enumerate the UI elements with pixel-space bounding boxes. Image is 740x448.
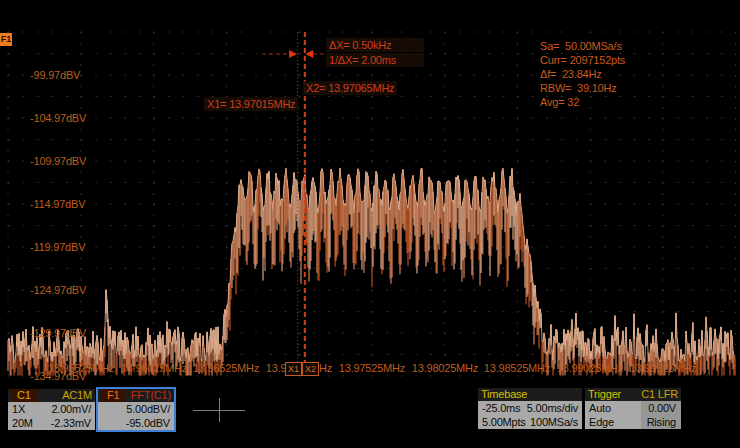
oscilloscope-screen: F1 -99.97dBV -104.97dBV -109.97dBV -114.… bbox=[0, 0, 740, 448]
channel1-scale: 2.00mV/ bbox=[51, 402, 91, 416]
channel1-bandwidth: 20M bbox=[12, 416, 33, 430]
y-axis-label: -99.97dBV bbox=[30, 69, 80, 81]
sample-rate-readout: Sa= 50.00MSa/s bbox=[540, 40, 622, 52]
y-axis-label: -104.97dBV bbox=[30, 112, 86, 124]
trigger-title: Trigger bbox=[588, 388, 621, 401]
rbw-readout: RBW= 39.10Hz bbox=[540, 82, 617, 94]
x-axis-label: 13.97525MHz bbox=[336, 362, 408, 374]
channel1-header: C1 AC1M bbox=[8, 389, 95, 402]
trigger-type: Edge bbox=[585, 415, 641, 429]
timebase-points: 5.00Mpts bbox=[482, 415, 526, 429]
f1-reference: -95.0dBV bbox=[126, 416, 170, 430]
delta-x-readout: ΔX= 0.50kHz bbox=[326, 38, 424, 52]
timebase-status-box[interactable]: Timebase -25.0ms 5.00ms/div 5.00Mpts 100… bbox=[478, 388, 582, 429]
points-readout: Curr= 2097152pts bbox=[540, 54, 625, 66]
y-axis-label: -114.97dBV bbox=[30, 198, 85, 210]
trigger-header: Trigger C1 LFR bbox=[585, 388, 681, 401]
y-axis-label: -119.97dBV bbox=[30, 241, 85, 253]
y-axis-label: -124.97dBV bbox=[30, 284, 86, 296]
channel1-probe: 1X bbox=[12, 402, 25, 416]
trigger-mode: Auto bbox=[585, 401, 641, 415]
timebase-rate: 100MSa/s bbox=[530, 415, 578, 429]
x-axis-label: 13.99025MHz bbox=[554, 362, 626, 374]
trigger-slope: Rising bbox=[641, 415, 681, 429]
graticule-crosshair-icon bbox=[193, 398, 245, 422]
x-axis-label: 13.96025MHz bbox=[118, 362, 190, 374]
inv-delta-x-readout: 1/ΔX= 2.00ms bbox=[326, 53, 424, 67]
y-axis-label: -129.97dBV bbox=[30, 327, 86, 339]
f1-header: F1 FFT(C1) bbox=[98, 389, 174, 402]
cursor-x1-readout: X1= 13.97015MHz bbox=[204, 97, 298, 111]
delta-f-readout: Δf= 23.84Hz bbox=[540, 68, 602, 80]
trigger-status-box[interactable]: Trigger C1 LFR Auto 0.00V Edge Rising bbox=[585, 388, 681, 429]
x-axis-label: 13.96525MHz bbox=[190, 362, 262, 374]
x-axis-label: 13.95525MHz bbox=[45, 362, 117, 374]
x-axis-label: 13.99525MHz bbox=[627, 362, 699, 374]
trigger-level: 0.00V bbox=[641, 401, 681, 415]
f1-scale: 5.00dBV/ bbox=[126, 402, 170, 416]
avg-readout: Avg= 32 bbox=[540, 96, 579, 108]
channel1-coupling: AC1M bbox=[62, 389, 92, 402]
y-axis-label: -109.97dBV bbox=[30, 155, 86, 167]
timebase-delay: -25.0ms bbox=[482, 401, 520, 415]
f1-function: FFT(C1) bbox=[131, 389, 171, 402]
timebase-scale: 5.00ms/div bbox=[527, 401, 578, 415]
timebase-header: Timebase bbox=[478, 388, 582, 401]
cursor-x1-handle[interactable]: X1 bbox=[285, 362, 302, 376]
f1-name: F1 bbox=[101, 389, 125, 402]
f1-math-status-box[interactable]: F1 FFT(C1) 5.00dBV/ -95.0dBV bbox=[96, 387, 176, 432]
channel1-status-box[interactable]: C1 AC1M 1X 2.00mV/ 20M -2.33mV bbox=[8, 389, 95, 430]
timebase-title: Timebase bbox=[481, 388, 527, 401]
cursor-x2-readout: X2= 13.97065MHz bbox=[303, 81, 397, 95]
x-axis-label: 13.98025MHz bbox=[409, 362, 481, 374]
channel1-name: C1 bbox=[11, 389, 37, 402]
trigger-source: C1 LFR bbox=[641, 388, 678, 401]
f1-trace-position-badge[interactable]: F1 bbox=[0, 33, 12, 46]
x-axis-label: 13.98525MHz bbox=[481, 362, 553, 374]
channel1-offset: -2.33mV bbox=[51, 416, 91, 430]
cursor-x2-handle[interactable]: X2 bbox=[302, 362, 319, 376]
